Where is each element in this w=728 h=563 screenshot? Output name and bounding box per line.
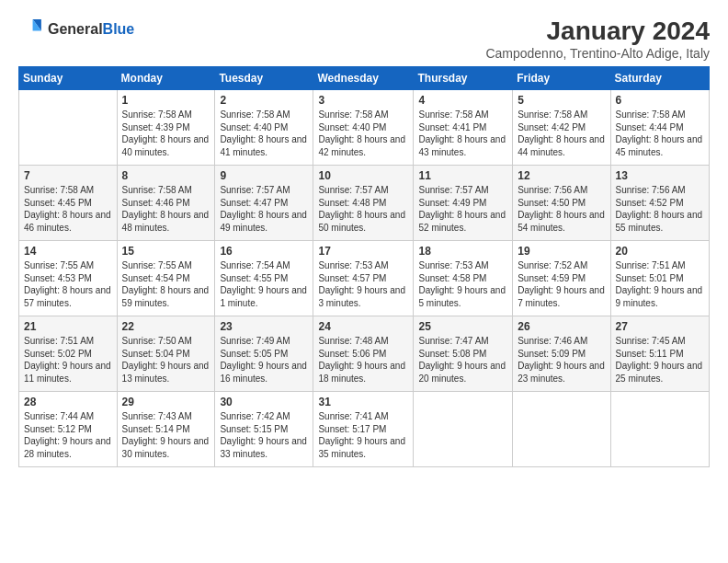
day-info: Sunrise: 7:51 AM Sunset: 5:01 PM Dayligh… (616, 259, 704, 309)
day-cell: 20Sunrise: 7:51 AM Sunset: 5:01 PM Dayli… (610, 241, 709, 316)
day-info: Sunrise: 7:51 AM Sunset: 5:02 PM Dayligh… (24, 335, 112, 385)
day-cell: 1Sunrise: 7:58 AM Sunset: 4:39 PM Daylig… (117, 90, 215, 166)
day-number: 3 (318, 94, 408, 107)
day-info: Sunrise: 7:47 AM Sunset: 5:08 PM Dayligh… (418, 335, 507, 385)
day-info: Sunrise: 7:52 AM Sunset: 4:59 PM Dayligh… (518, 259, 605, 309)
col-monday: Monday (117, 67, 215, 90)
day-cell: 16Sunrise: 7:54 AM Sunset: 4:55 PM Dayli… (215, 241, 313, 316)
day-number: 28 (24, 396, 112, 408)
day-info: Sunrise: 7:44 AM Sunset: 5:12 PM Dayligh… (24, 410, 112, 460)
header-row: Sunday Monday Tuesday Wednesday Thursday… (19, 67, 710, 90)
day-cell (19, 90, 118, 166)
day-info: Sunrise: 7:45 AM Sunset: 5:11 PM Dayligh… (616, 335, 704, 385)
day-cell: 14Sunrise: 7:55 AM Sunset: 4:53 PM Dayli… (19, 241, 118, 316)
day-number: 27 (616, 320, 704, 333)
day-number: 24 (318, 320, 408, 333)
week-row-4: 21Sunrise: 7:51 AM Sunset: 5:02 PM Dayli… (19, 316, 710, 392)
logo-icon (18, 17, 44, 42)
day-number: 16 (220, 245, 308, 258)
day-info: Sunrise: 7:57 AM Sunset: 4:47 PM Dayligh… (220, 184, 308, 234)
day-cell: 2Sunrise: 7:58 AM Sunset: 4:40 PM Daylig… (215, 90, 313, 166)
day-cell: 29Sunrise: 7:43 AM Sunset: 5:14 PM Dayli… (117, 392, 215, 467)
day-number: 31 (318, 396, 408, 408)
day-cell: 8Sunrise: 7:58 AM Sunset: 4:46 PM Daylig… (117, 166, 215, 241)
day-number: 18 (418, 245, 507, 258)
page-container: GeneralBlue January 2024 Campodenno, Tre… (0, 0, 728, 477)
day-cell: 9Sunrise: 7:57 AM Sunset: 4:47 PM Daylig… (215, 166, 313, 241)
day-cell: 30Sunrise: 7:42 AM Sunset: 5:15 PM Dayli… (215, 392, 313, 467)
col-thursday: Thursday (414, 67, 513, 90)
day-number: 25 (418, 320, 507, 333)
day-number: 20 (616, 245, 704, 258)
week-row-3: 14Sunrise: 7:55 AM Sunset: 4:53 PM Dayli… (19, 241, 710, 316)
day-cell: 28Sunrise: 7:44 AM Sunset: 5:12 PM Dayli… (19, 392, 118, 467)
day-info: Sunrise: 7:57 AM Sunset: 4:48 PM Dayligh… (318, 184, 408, 234)
day-number: 6 (616, 94, 704, 107)
day-info: Sunrise: 7:58 AM Sunset: 4:45 PM Dayligh… (24, 184, 112, 234)
col-sunday: Sunday (19, 67, 118, 90)
day-number: 26 (518, 320, 605, 333)
day-info: Sunrise: 7:57 AM Sunset: 4:49 PM Dayligh… (418, 184, 507, 234)
day-number: 11 (418, 169, 507, 182)
col-tuesday: Tuesday (215, 67, 313, 90)
col-friday: Friday (513, 67, 610, 90)
day-info: Sunrise: 7:53 AM Sunset: 4:57 PM Dayligh… (318, 259, 408, 309)
day-cell (414, 392, 513, 467)
day-cell: 23Sunrise: 7:49 AM Sunset: 5:05 PM Dayli… (215, 316, 313, 392)
day-cell: 3Sunrise: 7:58 AM Sunset: 4:40 PM Daylig… (313, 90, 414, 166)
calendar-subtitle: Campodenno, Trentino-Alto Adige, Italy (485, 46, 710, 61)
day-number: 23 (220, 320, 308, 333)
day-number: 17 (318, 245, 408, 258)
day-info: Sunrise: 7:56 AM Sunset: 4:52 PM Dayligh… (616, 184, 704, 234)
day-cell: 10Sunrise: 7:57 AM Sunset: 4:48 PM Dayli… (313, 166, 414, 241)
day-info: Sunrise: 7:46 AM Sunset: 5:09 PM Dayligh… (518, 335, 605, 385)
day-cell: 27Sunrise: 7:45 AM Sunset: 5:11 PM Dayli… (610, 316, 709, 392)
day-number: 15 (122, 245, 210, 258)
day-cell: 4Sunrise: 7:58 AM Sunset: 4:41 PM Daylig… (414, 90, 513, 166)
day-info: Sunrise: 7:58 AM Sunset: 4:39 PM Dayligh… (122, 109, 210, 158)
day-cell: 7Sunrise: 7:58 AM Sunset: 4:45 PM Daylig… (19, 166, 118, 241)
day-cell: 11Sunrise: 7:57 AM Sunset: 4:49 PM Dayli… (414, 166, 513, 241)
day-cell: 6Sunrise: 7:58 AM Sunset: 4:44 PM Daylig… (610, 90, 709, 166)
logo-general: General (48, 21, 103, 37)
day-number: 19 (518, 245, 605, 258)
day-number: 8 (122, 169, 210, 182)
week-row-1: 1Sunrise: 7:58 AM Sunset: 4:39 PM Daylig… (19, 90, 710, 166)
day-cell: 13Sunrise: 7:56 AM Sunset: 4:52 PM Dayli… (610, 166, 709, 241)
day-number: 29 (122, 396, 210, 408)
day-info: Sunrise: 7:43 AM Sunset: 5:14 PM Dayligh… (122, 410, 210, 460)
day-number: 9 (220, 169, 308, 182)
calendar-body: 1Sunrise: 7:58 AM Sunset: 4:39 PM Daylig… (19, 90, 710, 467)
day-cell: 31Sunrise: 7:41 AM Sunset: 5:17 PM Dayli… (313, 392, 414, 467)
week-row-2: 7Sunrise: 7:58 AM Sunset: 4:45 PM Daylig… (19, 166, 710, 241)
day-info: Sunrise: 7:58 AM Sunset: 4:40 PM Dayligh… (220, 109, 308, 158)
day-number: 1 (122, 94, 210, 107)
day-number: 30 (220, 396, 308, 408)
day-info: Sunrise: 7:49 AM Sunset: 5:05 PM Dayligh… (220, 335, 308, 385)
day-number: 12 (518, 169, 605, 182)
day-cell: 24Sunrise: 7:48 AM Sunset: 5:06 PM Dayli… (313, 316, 414, 392)
day-cell: 22Sunrise: 7:50 AM Sunset: 5:04 PM Dayli… (117, 316, 215, 392)
day-info: Sunrise: 7:48 AM Sunset: 5:06 PM Dayligh… (318, 335, 408, 385)
day-info: Sunrise: 7:58 AM Sunset: 4:42 PM Dayligh… (518, 109, 605, 158)
day-number: 2 (220, 94, 308, 107)
day-info: Sunrise: 7:41 AM Sunset: 5:17 PM Dayligh… (318, 410, 408, 460)
day-number: 7 (24, 169, 112, 182)
day-info: Sunrise: 7:58 AM Sunset: 4:40 PM Dayligh… (318, 109, 408, 158)
day-cell (513, 392, 610, 467)
day-number: 10 (318, 169, 408, 182)
day-info: Sunrise: 7:54 AM Sunset: 4:55 PM Dayligh… (220, 259, 308, 309)
calendar-table: Sunday Monday Tuesday Wednesday Thursday… (18, 66, 710, 467)
logo-text: GeneralBlue (48, 20, 134, 38)
day-info: Sunrise: 7:50 AM Sunset: 5:04 PM Dayligh… (122, 335, 210, 385)
day-info: Sunrise: 7:53 AM Sunset: 4:58 PM Dayligh… (418, 259, 507, 309)
day-cell: 18Sunrise: 7:53 AM Sunset: 4:58 PM Dayli… (414, 241, 513, 316)
col-saturday: Saturday (610, 67, 709, 90)
day-cell: 26Sunrise: 7:46 AM Sunset: 5:09 PM Dayli… (513, 316, 610, 392)
day-info: Sunrise: 7:58 AM Sunset: 4:46 PM Dayligh… (122, 184, 210, 234)
day-info: Sunrise: 7:56 AM Sunset: 4:50 PM Dayligh… (518, 184, 605, 234)
day-cell: 17Sunrise: 7:53 AM Sunset: 4:57 PM Dayli… (313, 241, 414, 316)
day-info: Sunrise: 7:58 AM Sunset: 4:41 PM Dayligh… (418, 109, 507, 158)
day-number: 5 (518, 94, 605, 107)
day-cell: 15Sunrise: 7:55 AM Sunset: 4:54 PM Dayli… (117, 241, 215, 316)
